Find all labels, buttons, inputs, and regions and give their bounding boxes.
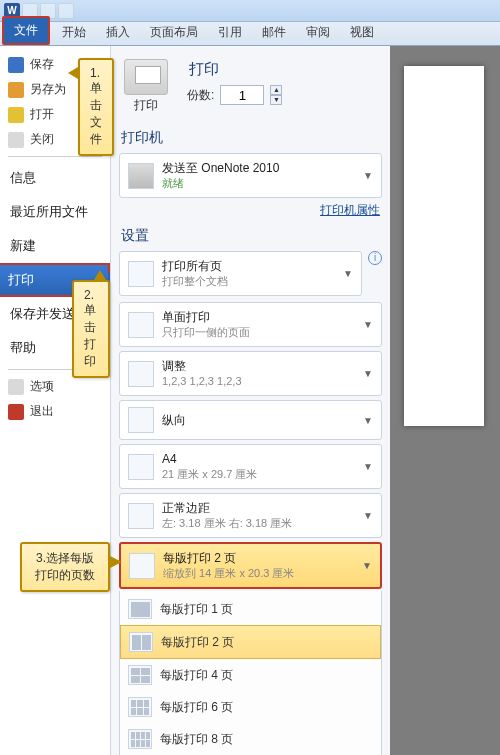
- per-sheet-option-label: 每版打印 4 页: [160, 667, 233, 684]
- pages-per-sheet-option[interactable]: 每版打印 6 页: [120, 691, 381, 723]
- print-preview: [390, 46, 500, 755]
- chevron-down-icon: ▼: [363, 461, 373, 472]
- copies-spinner[interactable]: ▲▼: [270, 85, 282, 105]
- tab-insert[interactable]: 插入: [96, 20, 140, 45]
- per-sheet-option-label: 每版打印 6 页: [160, 699, 233, 716]
- chevron-down-icon: ▼: [363, 415, 373, 426]
- copies-label: 份数:: [187, 87, 214, 104]
- margins-selector[interactable]: 正常边距左: 3.18 厘米 右: 3.18 厘米 ▼: [119, 493, 382, 538]
- tab-review[interactable]: 审阅: [296, 20, 340, 45]
- chevron-down-icon: ▼: [362, 560, 372, 571]
- info-icon[interactable]: i: [368, 251, 382, 265]
- paper-main: A4: [162, 451, 355, 467]
- per-sheet-option-label: 每版打印 1 页: [160, 601, 233, 618]
- printer-device-icon: [128, 163, 154, 189]
- backstage-nav: 1.单击文件 保存 另存为 打开 关闭 信息 最近所用文件 新建 打印 保存并发…: [0, 46, 110, 755]
- cmd-saveas-label: 另存为: [30, 81, 66, 98]
- margins-icon: [128, 503, 154, 529]
- printer-icon: [124, 59, 168, 95]
- spin-up-icon[interactable]: ▲: [270, 85, 282, 95]
- cmd-save-label: 保存: [30, 56, 54, 73]
- duplex-main: 单面打印: [162, 309, 355, 325]
- print-button-label: 打印: [122, 97, 170, 114]
- persheet-main: 每版打印 2 页: [163, 550, 354, 566]
- a4-icon: [128, 454, 154, 480]
- tab-layout[interactable]: 页面布局: [140, 20, 208, 45]
- copies-control: 份数: ▲▼: [187, 85, 382, 105]
- orientation-selector[interactable]: 纵向 ▼: [119, 400, 382, 440]
- tab-file[interactable]: 文件: [2, 16, 50, 45]
- paper-size-selector[interactable]: A421 厘米 x 29.7 厘米 ▼: [119, 444, 382, 489]
- scope-sub: 打印整个文档: [162, 274, 335, 289]
- nav-info[interactable]: 信息: [0, 161, 110, 195]
- duplex-selector[interactable]: 单面打印只打印一侧的页面 ▼: [119, 302, 382, 347]
- collate-selector[interactable]: 调整1,2,3 1,2,3 1,2,3 ▼: [119, 351, 382, 396]
- scope-main: 打印所有页: [162, 258, 335, 274]
- tab-home[interactable]: 开始: [52, 20, 96, 45]
- per-sheet-thumb-icon: [128, 665, 152, 685]
- pages-per-sheet-selector[interactable]: 每版打印 2 页缩放到 14 厘米 x 20.3 厘米 ▼: [119, 542, 382, 589]
- chevron-down-icon: ▼: [363, 170, 373, 181]
- collate-main: 调整: [162, 358, 355, 374]
- nav-new[interactable]: 新建: [0, 229, 110, 263]
- per-sheet-option-label: 每版打印 8 页: [160, 731, 233, 748]
- nav-recent[interactable]: 最近所用文件: [0, 195, 110, 229]
- collate-sub: 1,2,3 1,2,3 1,2,3: [162, 374, 355, 389]
- two-up-icon: [129, 553, 155, 579]
- portrait-icon: [128, 407, 154, 433]
- duplex-sub: 只打印一侧的页面: [162, 325, 355, 340]
- divider: [8, 156, 102, 157]
- callout-step2: 2.单击打印: [72, 280, 110, 378]
- printer-name: 发送至 OneNote 2010: [162, 160, 355, 176]
- settings-heading: 设置: [121, 227, 382, 245]
- print-panel: 打印 打印 份数: ▲▼ 打印机 发送至 OneNote 2010就绪 ▼ 打印…: [110, 46, 390, 755]
- cmd-open-label: 打开: [30, 106, 54, 123]
- pages-per-sheet-option[interactable]: 每版打印 1 页: [120, 593, 381, 625]
- margins-main: 正常边距: [162, 500, 355, 516]
- pages-per-sheet-dropdown: 每版打印 1 页每版打印 2 页每版打印 4 页每版打印 6 页每版打印 8 页…: [119, 591, 382, 755]
- qat-redo-icon[interactable]: [58, 3, 74, 19]
- spin-down-icon[interactable]: ▼: [270, 95, 282, 105]
- preview-page: [404, 66, 484, 426]
- callout-step3: 3.选择每版打印的页数: [20, 542, 110, 592]
- per-sheet-thumb-icon: [128, 729, 152, 749]
- chevron-down-icon: ▼: [363, 368, 373, 379]
- callout-step1: 1.单击文件: [78, 58, 114, 156]
- cmd-options-label: 选项: [30, 378, 54, 395]
- printer-selector[interactable]: 发送至 OneNote 2010就绪 ▼: [119, 153, 382, 198]
- ribbon-tabs: 文件 开始 插入 页面布局 引用 邮件 审阅 视图: [0, 22, 500, 46]
- tab-view[interactable]: 视图: [340, 20, 384, 45]
- print-scope-selector[interactable]: 打印所有页打印整个文档 ▼: [119, 251, 362, 296]
- pages-per-sheet-option[interactable]: 每版打印 8 页: [120, 723, 381, 755]
- margins-sub: 左: 3.18 厘米 右: 3.18 厘米: [162, 516, 355, 531]
- printer-properties-link[interactable]: 打印机属性: [119, 202, 380, 219]
- single-side-icon: [128, 312, 154, 338]
- chevron-down-icon: ▼: [363, 319, 373, 330]
- cmd-close-label: 关闭: [30, 131, 54, 148]
- cmd-exit-label: 退出: [30, 403, 54, 420]
- tab-mailings[interactable]: 邮件: [252, 20, 296, 45]
- chevron-down-icon: ▼: [343, 268, 353, 279]
- print-heading: 打印: [189, 60, 382, 79]
- print-button[interactable]: 打印: [119, 56, 173, 117]
- per-sheet-thumb-icon: [128, 697, 152, 717]
- copies-input[interactable]: [220, 85, 264, 105]
- title-bar: W: [0, 0, 500, 22]
- per-sheet-thumb-icon: [128, 599, 152, 619]
- chevron-down-icon: ▼: [363, 510, 373, 521]
- pages-per-sheet-option[interactable]: 每版打印 2 页: [120, 625, 381, 659]
- pages-per-sheet-option[interactable]: 每版打印 4 页: [120, 659, 381, 691]
- paper-sub: 21 厘米 x 29.7 厘米: [162, 467, 355, 482]
- per-sheet-option-label: 每版打印 2 页: [161, 634, 234, 651]
- pages-icon: [128, 261, 154, 287]
- printer-heading: 打印机: [121, 129, 382, 147]
- per-sheet-thumb-icon: [129, 632, 153, 652]
- cmd-exit[interactable]: 退出: [0, 399, 110, 424]
- collate-icon: [128, 361, 154, 387]
- tab-references[interactable]: 引用: [208, 20, 252, 45]
- orient-main: 纵向: [162, 412, 355, 428]
- backstage: 1.单击文件 保存 另存为 打开 关闭 信息 最近所用文件 新建 打印 保存并发…: [0, 46, 500, 755]
- persheet-sub: 缩放到 14 厘米 x 20.3 厘米: [163, 566, 354, 581]
- printer-status: 就绪: [162, 176, 355, 191]
